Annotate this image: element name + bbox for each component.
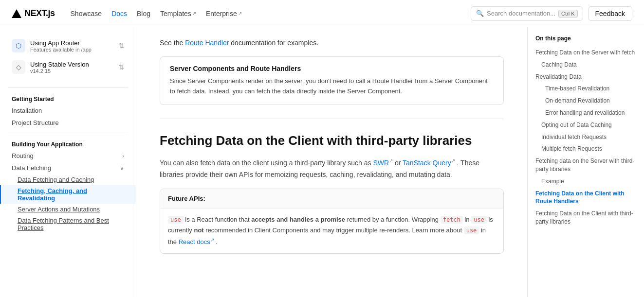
nav-enterprise[interactable]: Enterprise	[206, 10, 242, 17]
fetch-code: fetch	[441, 216, 463, 224]
logo[interactable]: NEXT.js	[12, 8, 55, 18]
sidebar: ⬡ Using App Router Features available in…	[0, 27, 136, 297]
sidebar-item-server-actions[interactable]: Server Actions and Mutations	[0, 204, 136, 215]
search-box[interactable]: 🔍 Search documentation... Ctrl K	[471, 6, 583, 21]
toc-item-1[interactable]: Caching Data	[528, 59, 644, 71]
nav-showcase[interactable]: Showcase	[71, 10, 102, 17]
future-apis-box: Future APIs: use is a React function tha…	[160, 189, 504, 254]
right-toc: On this page Fetching Data on the Server…	[527, 27, 644, 297]
search-icon: 🔍	[476, 10, 484, 17]
app-router-icon: ⬡	[12, 39, 25, 52]
toc-item-3[interactable]: Time-based Revalidation	[528, 83, 644, 95]
toc-item-7[interactable]: Individual fetch Requests	[528, 131, 644, 143]
use-code-3: use	[464, 227, 479, 234]
stable-version-item[interactable]: ◇ Using Stable Version v14.2.15 ⇅	[6, 56, 130, 78]
app-router-subtitle: Features available in /app	[30, 47, 92, 52]
sidebar-divider2	[8, 133, 128, 133]
toc-item-4[interactable]: On-demand Revalidation	[528, 95, 644, 107]
future-apis-body: use is a React function that accepts and…	[160, 209, 503, 254]
stable-version-chevron-icon: ⇅	[118, 63, 124, 71]
app-router-text: Using App Router Features available in /…	[30, 39, 92, 52]
section-divider	[160, 119, 504, 119]
app-router-title: Using App Router	[30, 39, 92, 47]
sidebar-item-data-fetching[interactable]: Data Fetching ∨	[0, 162, 136, 174]
routing-chevron-icon: ›	[122, 153, 124, 159]
route-handler-link[interactable]: Route Handler	[185, 39, 229, 47]
app-router-left: ⬡ Using App Router Features available in…	[12, 39, 92, 52]
toc-item-2[interactable]: Revalidating Data	[528, 71, 644, 83]
stable-version-left: ◇ Using Stable Version v14.2.15	[12, 60, 89, 74]
section2-text: You can also fetch data on the client us…	[160, 157, 504, 180]
callout-text: Since Server Components render on the se…	[170, 76, 494, 97]
nav-templates[interactable]: Templates	[160, 10, 196, 17]
toc-item-11[interactable]: Fetching Data on the Client with Route H…	[528, 188, 644, 208]
search-placeholder: Search documentation...	[487, 10, 555, 17]
toc-item-10[interactable]: Example	[528, 175, 644, 188]
nav-docs[interactable]: Docs	[111, 10, 127, 17]
tanstack-link[interactable]: TanStack Query	[403, 159, 455, 167]
react-docs-link[interactable]: React docs	[179, 238, 214, 245]
sidebar-item-installation[interactable]: Installation	[0, 105, 136, 117]
search-shortcut: Ctrl K	[558, 10, 578, 17]
see-also-text: See the Route Handler documentation for …	[160, 39, 504, 47]
nav-right: 🔍 Search documentation... Ctrl K Feedbac…	[471, 6, 632, 21]
sidebar-item-fetching-caching-revalidating[interactable]: Fetching, Caching, and Revalidating	[0, 185, 136, 204]
sidebar-item-routing[interactable]: Routing ›	[0, 150, 136, 162]
toc-item-12[interactable]: Fetching Data on the Client with third-p…	[528, 208, 644, 228]
toc-item-8[interactable]: Multiple fetch Requests	[528, 143, 644, 155]
logo-triangle-icon	[12, 9, 21, 18]
toc-title: On this page	[528, 35, 644, 47]
building-label: Building Your Application	[0, 137, 136, 150]
callout-box: Server Components and Route Handlers Sin…	[160, 56, 504, 105]
swr-link[interactable]: SWR	[373, 159, 393, 167]
page-layout: ⬡ Using App Router Features available in…	[0, 27, 644, 297]
sidebar-item-data-fetching-patterns[interactable]: Data Fetching Patterns and Best Practice…	[0, 215, 136, 233]
use-code-1: use	[168, 216, 184, 224]
callout-title: Server Components and Route Handlers	[170, 65, 494, 72]
future-apis-title: Future APIs:	[160, 189, 503, 209]
stable-version-text: Using Stable Version v14.2.15	[30, 61, 89, 74]
app-router-item[interactable]: ⬡ Using App Router Features available in…	[6, 35, 130, 56]
toc-item-5[interactable]: Error handling and revalidation	[528, 107, 644, 119]
data-fetching-chevron-icon: ∨	[120, 165, 124, 172]
section2-heading: Fetching Data on the Client with third-p…	[160, 133, 504, 149]
nav-links: Showcase Docs Blog Templates Enterprise	[71, 10, 242, 17]
toc-item-9[interactable]: Fetching data on the Server with third-p…	[528, 155, 644, 175]
sidebar-item-project-structure[interactable]: Project Structure	[0, 117, 136, 129]
top-nav: NEXT.js Showcase Docs Blog Templates Ent…	[0, 0, 644, 27]
sidebar-divider	[8, 87, 128, 88]
getting-started-label: Getting Started	[0, 92, 136, 105]
feedback-button[interactable]: Feedback	[588, 6, 632, 21]
stable-version-title: Using Stable Version	[30, 61, 89, 68]
app-router-chevron-icon: ⇅	[118, 42, 124, 50]
main-content: See the Route Handler documentation for …	[136, 27, 527, 297]
sidebar-item-data-fetching-caching[interactable]: Data Fetching and Caching	[0, 174, 136, 185]
sidebar-router-section: ⬡ Using App Router Features available in…	[0, 35, 136, 84]
use-code-2: use	[471, 216, 487, 224]
stable-version-icon: ◇	[12, 60, 25, 74]
toc-item-0[interactable]: Fetching Data on the Server with fetch	[528, 47, 644, 59]
logo-text: NEXT.js	[24, 8, 55, 18]
stable-version-subtitle: v14.2.15	[30, 68, 89, 74]
toc-item-6[interactable]: Opting out of Data Caching	[528, 119, 644, 131]
nav-blog[interactable]: Blog	[137, 10, 150, 17]
